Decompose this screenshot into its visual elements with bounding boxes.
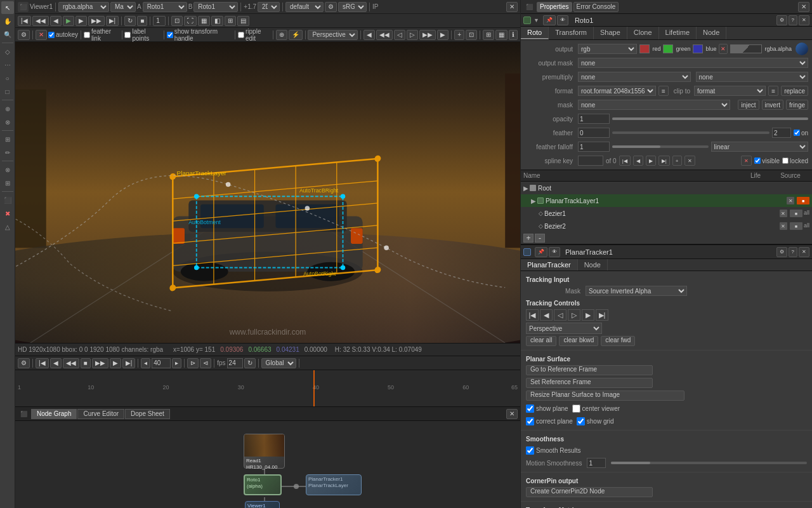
- tab-node[interactable]: Node: [697, 27, 726, 39]
- tool-ellipse[interactable]: ○: [1, 72, 14, 84]
- inject-btn[interactable]: inject: [738, 100, 759, 110]
- tool-hand[interactable]: ✋: [1, 15, 14, 27]
- lut-select[interactable]: default: [285, 2, 324, 12]
- alpha-close-btn[interactable]: ✕: [719, 44, 728, 54]
- viewer-guides[interactable]: ⊞: [225, 16, 236, 26]
- clear-fwd-btn[interactable]: clear fwd: [601, 336, 635, 346]
- tool-roto[interactable]: ✖: [1, 207, 14, 220]
- tl-prev-key[interactable]: ◂: [141, 358, 150, 368]
- tool-zoom[interactable]: 🔍: [1, 28, 14, 41]
- viewer-overlay[interactable]: ◧: [211, 16, 223, 26]
- layer-item-bezier1[interactable]: ◇ Bezier1 ✕ ■ all: [521, 207, 812, 220]
- frame-next[interactable]: ▶▶: [88, 16, 105, 26]
- tl-out[interactable]: ⊲: [200, 358, 211, 368]
- spline-prev[interactable]: ◀: [633, 156, 643, 166]
- tl-frame-last[interactable]: ▶|: [122, 358, 136, 368]
- tab-transform[interactable]: Transform: [549, 27, 594, 39]
- planar-pin[interactable]: 📌: [535, 247, 547, 257]
- tl-frame-first[interactable]: |◀: [36, 358, 49, 368]
- track-first[interactable]: |◀: [526, 309, 539, 321]
- tab-dope-sheet[interactable]: Dope Sheet: [125, 409, 170, 419]
- spline-first[interactable]: |◀: [619, 156, 631, 166]
- viewer-close[interactable]: ✕: [506, 2, 518, 12]
- grid-btn[interactable]: ⊞: [483, 30, 494, 40]
- tl-frame-back[interactable]: ◀: [50, 358, 62, 368]
- resize-btn[interactable]: Resize Planar Surface to Image: [526, 391, 684, 401]
- feather-max-input[interactable]: [772, 128, 791, 138]
- tool-misc[interactable]: △: [1, 220, 14, 233]
- go-to-ref-btn[interactable]: Go to Reference Frame: [526, 365, 653, 375]
- feather-input[interactable]: [578, 128, 610, 138]
- spline-x[interactable]: ✕: [741, 156, 752, 166]
- extra-btn[interactable]: ⊕: [276, 30, 287, 40]
- tab-node-graph[interactable]: Node Graph: [31, 409, 77, 419]
- fps-input[interactable]: [227, 358, 243, 368]
- feather-falloff-input[interactable]: [578, 142, 610, 152]
- format-select[interactable]: root.format 2048x1556: [578, 86, 656, 96]
- label-points-label[interactable]: label points: [124, 28, 160, 42]
- output-mask-select[interactable]: none: [578, 58, 808, 68]
- feather-slider[interactable]: [612, 131, 769, 134]
- tool-grid[interactable]: ⊞: [1, 177, 14, 189]
- ripple-edit-label[interactable]: ripple edit: [238, 28, 270, 42]
- tab-lifetime[interactable]: Lifetime: [659, 27, 697, 39]
- play-back[interactable]: ◀◀: [376, 30, 393, 40]
- tab-clone[interactable]: Clone: [627, 27, 659, 39]
- tl-in[interactable]: ⊳: [187, 358, 199, 368]
- frame-last[interactable]: ▶|: [106, 16, 119, 26]
- home-view[interactable]: ⊡: [466, 30, 477, 40]
- frame-step-back[interactable]: ◀: [50, 16, 62, 26]
- perspective-select-planar[interactable]: Perspective: [526, 323, 602, 334]
- roto-expand-btn[interactable]: ▼: [534, 17, 539, 23]
- tool-transform[interactable]: ⊕: [1, 102, 14, 115]
- planar-color-btn[interactable]: ■: [797, 197, 809, 204]
- tl-frame-input[interactable]: [152, 358, 171, 368]
- roto-help[interactable]: ?: [789, 15, 797, 25]
- frame-num[interactable]: 1: [153, 16, 166, 26]
- perspective-select-viewer[interactable]: Perspective: [308, 30, 358, 40]
- planar-close-btn[interactable]: ✕: [799, 247, 809, 257]
- frame-step-fwd[interactable]: ▶: [75, 16, 87, 26]
- mask-select-planar[interactable]: Source Inverted Alpha: [586, 286, 687, 296]
- color-red-btn[interactable]: [639, 44, 650, 53]
- prev-key[interactable]: ◀: [363, 30, 375, 40]
- tab-planartracker[interactable]: PlanarTracker: [521, 259, 578, 271]
- tl-frame-fwd[interactable]: ▶: [110, 358, 121, 368]
- roto-close-panel[interactable]: ✕: [799, 15, 809, 25]
- motion-smooth-slider[interactable]: [611, 462, 807, 464]
- node-roto1[interactable]: Roto1(alpha): [244, 474, 282, 495]
- show-plane-check[interactable]: show plane: [526, 404, 568, 413]
- extra-btn2[interactable]: ⚡: [289, 30, 303, 40]
- lut-btn[interactable]: ⚙: [325, 2, 337, 12]
- track-fwd-step[interactable]: ▷: [568, 309, 580, 321]
- create-cornerpin-btn[interactable]: Create CornerPin2D Node: [526, 487, 653, 497]
- premultiply-select[interactable]: none: [578, 72, 691, 82]
- layer-item-root[interactable]: ▶ Root: [521, 182, 812, 194]
- node-planartracker1[interactable]: PlanarTracker1PlanarTrackLayer: [306, 474, 362, 495]
- invert-btn[interactable]: invert: [762, 100, 783, 110]
- timeline-ruler[interactable]: 1 10 20 30 40 50 60 65: [15, 370, 520, 406]
- mask-select[interactable]: none: [578, 100, 730, 110]
- tl-play-fwd[interactable]: ▶▶: [92, 358, 108, 368]
- frame-prev[interactable]: ◀◀: [32, 16, 49, 26]
- clear-bkwd-btn[interactable]: clear bkwd: [559, 336, 598, 346]
- tool-merge[interactable]: ⊗: [1, 163, 14, 176]
- props-tab-error-console[interactable]: Error Console: [573, 2, 619, 12]
- spline-last[interactable]: ▶|: [658, 156, 670, 166]
- checker-btn[interactable]: ▦: [495, 30, 508, 40]
- feather-on-check[interactable]: on: [794, 130, 808, 137]
- output-select[interactable]: rgb: [578, 44, 637, 54]
- info-btn[interactable]: ℹ: [509, 30, 518, 40]
- format-menu[interactable]: ≡: [658, 86, 669, 96]
- tl-play-back[interactable]: ◀◀: [63, 358, 79, 368]
- tl-stop[interactable]: ■: [81, 358, 91, 368]
- color-green-btn[interactable]: [663, 44, 673, 53]
- bezier2-color-btn[interactable]: ■: [790, 222, 802, 230]
- roto-pin[interactable]: 📌: [543, 15, 556, 25]
- play-fwd2[interactable]: ▷: [407, 30, 418, 40]
- channel-select[interactable]: rgba.alpha: [58, 2, 109, 12]
- tab-roto[interactable]: Roto: [521, 27, 549, 39]
- input-b-select[interactable]: Roto1: [193, 2, 238, 12]
- spline-add[interactable]: +: [672, 156, 682, 166]
- props-close[interactable]: ✕: [798, 2, 809, 12]
